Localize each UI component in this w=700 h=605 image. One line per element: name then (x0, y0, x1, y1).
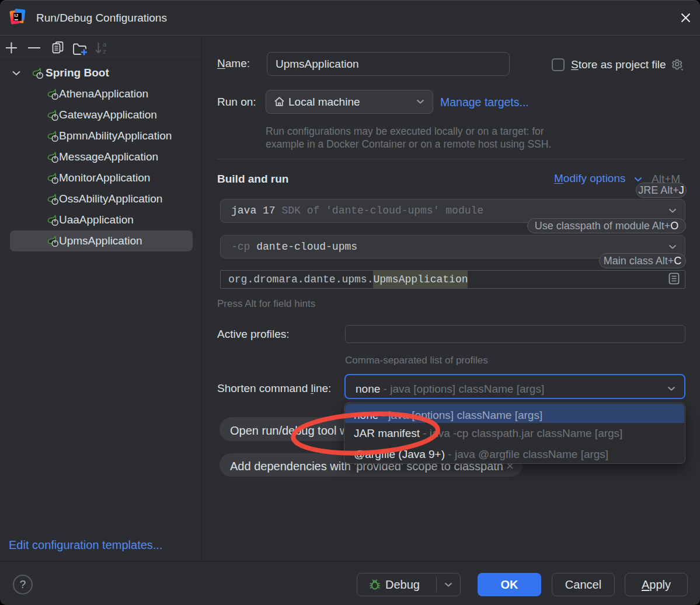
svg-text:IJ: IJ (15, 13, 18, 18)
svg-text:z: z (103, 48, 106, 55)
svg-text:a: a (103, 41, 107, 48)
